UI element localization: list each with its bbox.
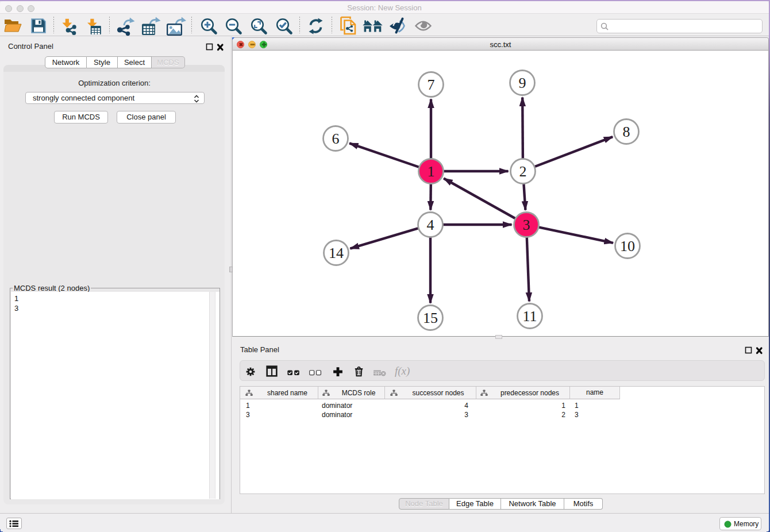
- svg-text:11: 11: [522, 308, 537, 325]
- svg-text:4: 4: [427, 217, 434, 233]
- svg-text:9: 9: [519, 75, 526, 91]
- svg-text:14: 14: [329, 245, 344, 261]
- svg-text:6: 6: [332, 130, 340, 147]
- svg-text:15: 15: [423, 310, 438, 326]
- svg-text:7: 7: [428, 76, 435, 93]
- svg-text:1: 1: [428, 163, 435, 180]
- svg-text:8: 8: [623, 124, 630, 140]
- svg-text:3: 3: [523, 217, 530, 233]
- svg-text:10: 10: [620, 238, 635, 255]
- svg-text:2: 2: [519, 163, 527, 180]
